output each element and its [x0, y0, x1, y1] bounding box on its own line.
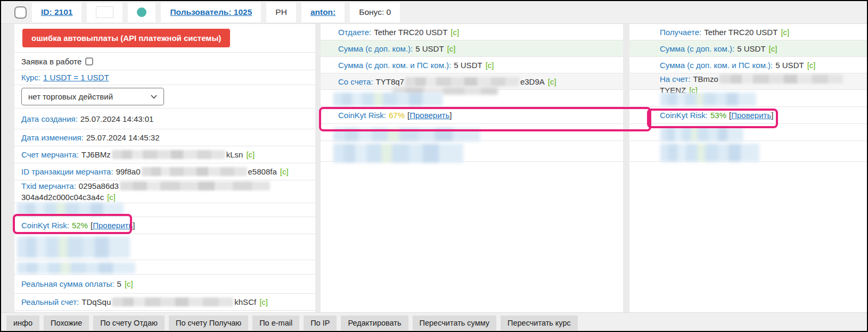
risk-row-middle: CoinKyt Risk: 67% [Проверить]: [321, 107, 623, 124]
rate-row: Курс: 1 USDT = 1 USDT: [14, 70, 315, 85]
give-sum-ps-label: Сумма (с доп. ком. и ПС ком.):: [338, 60, 451, 71]
coinkyt-risk-label: CoinKyt Risk:: [660, 110, 708, 121]
copy-tag[interactable]: [c]: [280, 166, 289, 177]
merchant-tx-prefix: 99f8a0: [116, 166, 141, 177]
receive-sum-ps-row: Сумма (с доп. ком. и ПС ком.): 5 USDT [c…: [629, 57, 868, 73]
to-account-prefix: TBmzo: [693, 73, 718, 85]
receive-row: Получаете: Tether TRC20 USDT [c]: [629, 24, 868, 40]
trade-actions-selected-value: нет торговых действий: [28, 91, 113, 102]
tab-similar[interactable]: Похожие: [44, 316, 89, 330]
tab-edit[interactable]: Редактировать: [341, 316, 408, 330]
risk-check-link[interactable]: Проверить: [93, 220, 133, 231]
rate-link[interactable]: 1 USDT = 1 USDT: [43, 72, 109, 83]
russian-flag-icon: [96, 6, 113, 18]
give-sum-ps-value: 5 USDT: [454, 60, 482, 71]
receive-sum-ps-label: Сумма (с доп. ком. и ПС ком.):: [660, 60, 773, 71]
copy-tag[interactable]: [c]: [125, 278, 133, 289]
risk-check-link[interactable]: Проверить: [731, 110, 771, 121]
payment-code-label: PH: [266, 3, 296, 22]
copy-tag[interactable]: [c]: [548, 76, 556, 87]
tab-by-receive-account[interactable]: По счету Получаю: [169, 316, 248, 330]
tab-by-give-account[interactable]: По счету Отдаю: [93, 316, 165, 330]
manager-link[interactable]: anton:: [301, 3, 345, 22]
order-admin-page: ID: 2101 Пользователь: 1025 PH anton: Бо…: [0, 0, 868, 332]
coinkyt-risk-label: CoinKyt Risk:: [21, 220, 69, 231]
redacted-blur: [333, 93, 443, 106]
real-account-suffix: khSCf: [234, 296, 256, 308]
chevron-down-icon: [151, 95, 157, 99]
trade-actions-select[interactable]: нет торговых действий: [21, 88, 164, 105]
txid-suffix: 304a4d2c000c04c3a4c: [21, 192, 104, 203]
in-work-checkbox[interactable]: [85, 57, 93, 65]
redacted-blur: [719, 74, 843, 84]
seal-icon: [137, 7, 146, 17]
merchant-account-label: Счет мерчанта:: [21, 149, 79, 160]
txid-label: Txid мерчанта:: [21, 180, 76, 192]
tab-recalc-rate[interactable]: Пересчитать курс: [501, 316, 578, 330]
redacted-blur: [333, 128, 480, 142]
redacted-blur: [17, 203, 124, 215]
trade-actions-row: нет торговых действий: [14, 85, 315, 109]
select-order-checkbox[interactable]: [14, 6, 27, 19]
risk-check-link[interactable]: Проверить: [410, 110, 449, 121]
language-flag-box: [87, 3, 122, 22]
real-account-label: Реальный счет:: [21, 296, 79, 308]
error-row: ошибка автовыплаты (API платежной систем…: [14, 24, 315, 53]
modified-date-row: Дата изменения: 25.07.2024 14:45:32: [14, 129, 315, 146]
tab-by-email[interactable]: По e-mail: [252, 316, 299, 330]
receive-value: Tether TRC20 USDT: [704, 27, 777, 38]
real-account-row: Реальный счет: TDqSqukhSCf [c]: [14, 294, 315, 311]
coinkyt-risk-value: 52%: [72, 220, 88, 231]
user-link[interactable]: Пользователь: 1025: [161, 3, 261, 22]
give-row: Отдаете: Tether TRC20 USDT [c]: [321, 24, 623, 40]
merchant-tx-suffix: e5808fa: [248, 166, 277, 177]
merchant-tx-label: ID транзакции мерчанта:: [21, 166, 113, 177]
coinkyt-risk-label: CoinKyt Risk:: [338, 110, 386, 121]
give-sum-label: Сумма (с доп. ком.):: [338, 43, 413, 54]
to-account-label: На счет:: [660, 73, 690, 85]
redacted-blur: [660, 144, 759, 162]
autopayout-error-button[interactable]: ошибка автовыплаты (API платежной систем…: [22, 29, 230, 47]
modified-value: 25.07.2024 14:45:32: [86, 132, 160, 143]
order-id-link[interactable]: ID: 2101: [32, 3, 81, 22]
bottom-tab-bar: инфо Похожие По счету Отдаю По счету Пол…: [1, 312, 867, 332]
copy-tag[interactable]: [c]: [447, 43, 456, 54]
redacted-blur: [120, 181, 270, 190]
copy-tag[interactable]: [c]: [246, 149, 255, 160]
receive-sum-value: 5 USDT: [737, 43, 765, 54]
copy-tag[interactable]: [c]: [807, 60, 816, 71]
rate-label: Курс:: [21, 72, 40, 83]
from-account-prefix: TYT8q7: [376, 76, 404, 87]
copy-tag[interactable]: [c]: [769, 43, 777, 54]
tab-recalc-sum[interactable]: Пересчитать сумму: [413, 316, 497, 330]
give-value: Tether TRC20 USDT: [374, 27, 447, 38]
redacted-blur: [112, 297, 233, 306]
copy-tag[interactable]: [c]: [781, 27, 789, 38]
merchant-txid-row: Txid мерчанта: 0295a86d3304a4d2c000c04c3…: [14, 180, 315, 203]
coinkyt-risk-value: 67%: [389, 110, 405, 121]
real-account-prefix: TDqSqu: [81, 296, 111, 308]
redacted-blur: [660, 127, 743, 142]
tab-by-ip[interactable]: По IP: [304, 316, 337, 330]
copy-tag[interactable]: [c]: [107, 192, 116, 203]
tab-info[interactable]: инфо: [6, 316, 39, 330]
receive-sum-label: Сумма (с доп. ком.):: [660, 43, 734, 54]
created-label: Дата создания:: [21, 113, 78, 124]
copy-tag[interactable]: [c]: [259, 296, 268, 308]
real-sum-value: 5: [117, 278, 121, 289]
merchant-account-prefix: TJ6BMz: [81, 149, 111, 160]
redacted-blur: [17, 262, 135, 273]
risk-row-right: CoinKyt Risk: 53% [Проверить]: [629, 107, 868, 124]
copy-tag[interactable]: [c]: [451, 27, 459, 38]
give-label: Отдаете:: [338, 27, 371, 38]
receive-sum-ps-value: 5 USDT: [775, 60, 804, 71]
status-badge-box: [128, 3, 155, 22]
from-account-suffix: e3D9A: [520, 76, 545, 87]
redacted-blur: [112, 150, 225, 159]
bonus-label: Бонус: 0: [350, 3, 400, 22]
coinkyt-risk-value: 53%: [710, 110, 726, 121]
give-sum-value: 5 USDT: [415, 43, 444, 54]
redacted-blur: [660, 93, 756, 106]
copy-tag[interactable]: [c]: [486, 60, 494, 71]
to-account-row: На счет: TBmzoTYENZ [c]: [629, 73, 868, 90]
